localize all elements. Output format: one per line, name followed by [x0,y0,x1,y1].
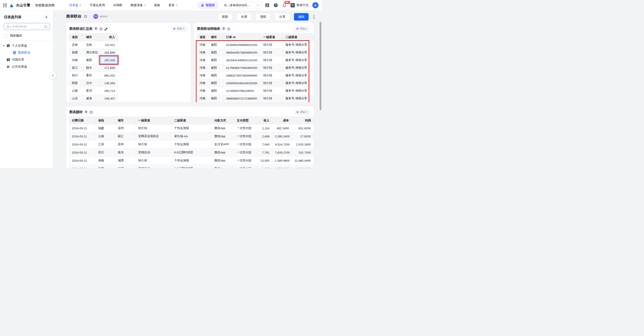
table-cell[interactable]: 转介绍 [261,87,283,95]
action-button-2[interactable]: 全屏 [237,13,252,20]
table-cell[interactable]: 17.8200 [292,132,314,141]
table-cell[interactable]: 漳州 [115,124,136,132]
table-cell[interactable]: 营销活动 [136,149,172,157]
nav-item-3[interactable]: AI洞察 [113,3,122,7]
nav-item-4[interactable]: 数据准备 [130,3,146,7]
nav-item-2[interactable]: 可视化查询 [90,3,105,7]
more-actions-icon[interactable] [313,14,315,20]
table-cell[interactable]: 河南 [197,41,208,49]
table-cell[interactable]: 171,850 [100,64,118,72]
table-cell[interactable]: 陕西 [69,79,84,87]
table-cell[interactable]: 4149492406865610200 [224,41,261,49]
table-cell[interactable]: 浙江 [69,64,84,72]
nav-item-1[interactable]: 仪表盘 [69,3,81,7]
table-cell[interactable]: 南阳 [208,72,224,79]
table-cell[interactable]: 福建 [96,124,115,132]
table-cell[interactable]: 2,390.1800 [272,132,292,141]
table-cell[interactable]: 南阳 [208,95,224,102]
table-cell[interactable]: 南阳 [208,79,224,87]
table-cell[interactable]: 转介绍 [261,79,283,87]
table-cell[interactable]: 一次性付款 [234,157,258,165]
table-cell[interactable]: 149,307 [100,95,118,102]
info-icon[interactable] [90,111,93,114]
selected-table-cell[interactable]: 197,203 [100,56,118,64]
table-cell[interactable]: 三明 [115,165,136,168]
table-cell[interactable]: 家长端-ios [172,132,212,141]
table-cell[interactable]: 微信App [212,149,234,157]
table-cell[interactable]: 吉林 [69,41,84,49]
search-icon[interactable] [44,25,47,28]
help-icon[interactable]: ? [273,3,278,8]
table-cell[interactable]: 四川 [96,149,115,157]
linkage-icon[interactable] [104,27,108,30]
table-cell[interactable]: 个性化海报 [172,141,212,149]
agent-button[interactable]: 智能体 [197,2,218,9]
table-cell[interactable]: 5175656472564480000 [224,64,261,72]
table-cell[interactable]: 3885440673883890200 [224,49,261,56]
table-cell[interactable]: 丽水 [84,64,100,72]
table-cell[interactable]: 一次性付款 [234,132,258,141]
ai-input-button[interactable]: N 请输入 [294,109,310,115]
table-cell[interactable]: 631.8200 [292,124,314,132]
table-cell[interactable]: 微信App [212,165,234,168]
page-scrollbar[interactable] [320,22,321,110]
table-cell[interactable]: 7,781 [258,149,272,157]
sidebar-item-2[interactable]: 图表联动 [0,49,53,56]
table-cell[interactable]: 11745653798104000 [224,87,261,95]
favorites-checkbox[interactable] [4,34,8,38]
table-cell[interactable]: 662,202 [100,72,118,79]
table-cell[interactable]: 转介绍 [261,56,283,64]
table-cell[interactable]: 服务号-海报分享 [283,56,314,64]
table-cell[interactable]: 6.6元限时拼团 [172,165,212,168]
table-cell[interactable]: 转介绍 [261,41,283,49]
table-cell[interactable]: 微信App [212,132,234,141]
table-cell[interactable]: 3866598371172389900 [224,95,261,102]
table-cell[interactable]: 普洱 [84,87,100,95]
table-cell[interactable]: 2024-05-21 [69,165,96,168]
table-cell[interactable]: 个性化海报 [172,157,212,165]
table-cell[interactable]: 7,628.2700 [272,149,292,157]
table-cell[interactable]: 转介绍 [136,157,172,165]
table-cell[interactable]: 111,421 [100,41,118,49]
table-cell[interactable]: 四川 [69,72,84,79]
table-cell[interactable]: 转介绍 [261,95,283,102]
table-cell[interactable]: 2024-05-21 [69,141,96,149]
table-cell[interactable]: 2,525.2800 [292,141,314,149]
info-icon[interactable] [227,27,230,30]
insight-lightbulb-icon[interactable] [84,111,88,114]
table-cell[interactable]: 服务号-海报分享 [283,72,314,79]
sidebar-collapse-button[interactable] [49,72,56,79]
table-cell[interactable]: 服务号-海报分享 [283,41,314,49]
console-icon[interactable] [265,3,270,8]
table-cell[interactable]: 1866327847465949950 [224,72,261,79]
table-cell[interactable]: 服务号-海报分享 [283,95,314,102]
action-button-4[interactable]: 分享 [275,13,290,20]
nav-item-5[interactable]: 画板 [154,3,160,7]
notification-bell-icon[interactable]: 99+ [282,3,287,8]
table-cell[interactable]: 1,589.9600 [272,157,292,165]
info-icon[interactable] [100,27,102,30]
table-cell[interactable]: 2,408 [258,132,272,141]
table-cell[interactable]: 南阳 [208,56,224,64]
table-cell[interactable]: 山东 [69,95,84,102]
action-button-1[interactable]: 刷新 [218,13,232,20]
favorite-star-icon[interactable] [84,14,88,18]
table-cell[interactable]: 13,555 [258,157,272,165]
table-cell[interactable]: 南阳 [208,49,224,56]
table-cell[interactable]: 136,393 [100,79,118,87]
table-cell[interactable]: 博尔塔拉 [84,49,100,56]
table-cell[interactable]: 1,114 [258,124,272,132]
insight-lightbulb-icon[interactable] [94,27,98,31]
table-cell[interactable]: 河南 [197,56,208,64]
table-cell[interactable]: 湘潭 [115,157,136,165]
insight-lightbulb-icon[interactable] [222,27,225,31]
sidebar-item-1[interactable]: 个人仪表盘 [0,42,53,49]
table-cell[interactable]: 官网及应用商店 [136,132,172,141]
table-cell[interactable]: 河南 [197,72,208,79]
table-cell[interactable]: 微信App [212,124,234,132]
table-cell[interactable]: 河南 [69,56,84,64]
table-cell[interactable]: 服务号-海报分享 [283,49,314,56]
search-input[interactable] [6,25,44,28]
table-cell[interactable]: 181,645 [100,49,118,56]
edit-button[interactable]: 编辑 [294,13,309,20]
